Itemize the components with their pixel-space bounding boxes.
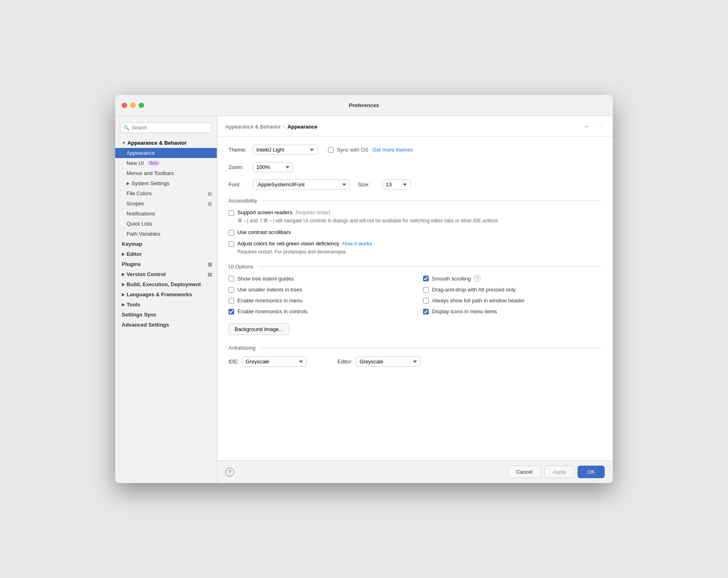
ui-options-grid: Show tree indent guides Smooth scrolling… — [229, 275, 601, 314]
preferences-window: Preferences 🔍 ▼ Appearance & Behavior Ap… — [115, 95, 613, 483]
sync-os-row: Sync with OS — [328, 147, 368, 153]
zoom-row: Zoom: 75% 90% 100% 125% 150% 200% — [229, 162, 601, 172]
sidebar-item-build[interactable]: ▶ Build, Execution, Deployment — [115, 279, 217, 289]
chevron-right-icon: ▶ — [122, 302, 125, 307]
font-select[interactable]: .AppleSystemUIFont Arial Helvetica Monos… — [253, 179, 350, 190]
ide-antialiasing-field: IDE: No antialiasing Greyscale Subpixel — [229, 357, 307, 367]
titlebar: Preferences — [115, 95, 613, 116]
window-title: Preferences — [349, 102, 379, 108]
sidebar-item-file-colors[interactable]: File Colors ▦ — [115, 188, 217, 198]
color-blind-title: Adjust colors for red-green vision defic… — [237, 240, 601, 247]
nav-arrows: ← → — [582, 122, 605, 131]
sidebar-item-label: Notifications — [127, 211, 155, 217]
editor-antialiasing-field: Editor: No antialiasing Greyscale Subpix… — [337, 357, 421, 367]
ui-option-mnemonics-controls: Enable mnemonics in controls — [229, 308, 407, 314]
sync-os-checkbox[interactable] — [328, 147, 334, 153]
editor-aa-select[interactable]: No antialiasing Greyscale Subpixel — [356, 357, 421, 367]
get-more-themes-link[interactable]: Get more themes — [372, 147, 413, 153]
tree-indent-checkbox[interactable] — [229, 276, 234, 281]
sidebar-item-keymap[interactable]: Keymap — [115, 239, 217, 249]
accessibility-section: Support screen readers Requires restart … — [229, 209, 601, 255]
smaller-indents-checkbox[interactable] — [229, 287, 234, 293]
ui-option-display-icons: Display icons in menu items — [423, 308, 601, 314]
chevron-right-icon: ▶ — [122, 272, 125, 276]
background-image-button[interactable]: Background Image... — [229, 323, 289, 335]
smooth-scrolling-help-icon[interactable]: ? — [474, 275, 480, 282]
sidebar-item-label: Plugins — [122, 261, 141, 267]
maximize-button[interactable] — [139, 103, 144, 108]
smooth-scrolling-checkbox[interactable] — [423, 276, 429, 281]
sidebar-item-plugins[interactable]: Plugins ▦ — [115, 259, 217, 269]
sidebar-item-quick-lists[interactable]: Quick Lists — [115, 219, 217, 229]
requires-restart-label: Requires restart — [296, 210, 330, 215]
minimize-button[interactable] — [130, 103, 135, 108]
sidebar-item-languages[interactable]: ▶ Languages & Frameworks — [115, 289, 217, 300]
search-input[interactable] — [120, 122, 212, 133]
sidebar-item-version-control[interactable]: ▶ Version Control ▦ — [115, 269, 217, 279]
display-icons-checkbox[interactable] — [423, 309, 429, 314]
screen-readers-checkbox[interactable] — [229, 210, 234, 216]
accessibility-section-label: Accessibility — [229, 198, 257, 204]
color-blind-checkbox[interactable] — [229, 241, 234, 247]
sidebar-item-editor[interactable]: ▶ Editor — [115, 249, 217, 259]
smaller-indents-label: Use smaller indents in trees — [237, 287, 302, 293]
theme-row: Theme: IntelliJ Light Darcula High Contr… — [229, 145, 601, 155]
drag-drop-checkbox[interactable] — [423, 287, 429, 293]
sidebar-item-label: Quick Lists — [127, 221, 152, 227]
grid-icon: ▦ — [207, 262, 212, 267]
always-full-path-checkbox[interactable] — [423, 298, 429, 304]
divider-line — [258, 266, 601, 267]
mnemonics-controls-label: Enable mnemonics in controls — [237, 308, 307, 314]
main-content: Theme: IntelliJ Light Darcula High Contr… — [217, 137, 613, 460]
sidebar-item-scopes[interactable]: Scopes ▦ — [115, 198, 217, 209]
ui-option-tree-indent: Show tree indent guides — [229, 275, 407, 282]
ok-button[interactable]: OK — [578, 466, 605, 478]
close-button[interactable] — [122, 103, 127, 108]
sidebar-item-notifications[interactable]: Notifications — [115, 209, 217, 219]
traffic-lights — [122, 103, 144, 108]
sidebar-item-appearance-behavior[interactable]: ▼ Appearance & Behavior — [115, 138, 217, 148]
color-blind-desc: Requires restart. For protanopia and deu… — [237, 248, 601, 255]
size-label: Size: — [358, 181, 378, 188]
how-it-works-link[interactable]: How it works — [342, 240, 372, 247]
display-icons-label: Display icons in menu items — [432, 308, 497, 314]
sidebar-item-new-ui[interactable]: New UI Beta — [115, 158, 217, 168]
size-select[interactable]: 10 11 12 13 14 16 — [382, 179, 411, 190]
contrast-scrollbars-checkbox[interactable] — [229, 230, 234, 236]
sidebar-item-menus-toolbars[interactable]: Menus and Toolbars — [115, 168, 217, 178]
back-arrow[interactable]: ← — [582, 122, 592, 131]
editor-aa-label: Editor: — [337, 359, 353, 365]
contrast-scrollbars-label: Use contrast scrollbars — [237, 229, 291, 235]
help-button[interactable]: ? — [225, 468, 234, 477]
cancel-button[interactable]: Cancel — [508, 466, 541, 478]
sidebar-item-label: Languages & Frameworks — [127, 291, 192, 297]
sidebar-item-tools[interactable]: ▶ Tools — [115, 300, 217, 310]
sidebar-item-label: Settings Sync — [122, 312, 157, 318]
sidebar-item-system-settings[interactable]: ▶ System Settings — [115, 178, 217, 188]
zoom-select[interactable]: 75% 90% 100% 125% 150% 200% — [253, 162, 293, 172]
contrast-scrollbars-title: Use contrast scrollbars — [237, 229, 601, 235]
ui-option-mnemonics-menu: Enable mnemonics in menu — [229, 297, 407, 304]
mnemonics-menu-checkbox[interactable] — [229, 298, 234, 304]
mnemonics-controls-checkbox[interactable] — [229, 309, 234, 314]
search-box[interactable]: 🔍 — [120, 122, 212, 133]
apply-button[interactable]: Apply — [544, 466, 575, 478]
sidebar-item-label: Path Variables — [127, 231, 161, 237]
grid-icon: ▦ — [207, 191, 212, 196]
sidebar-item-label: Editor — [127, 251, 142, 257]
forward-arrow[interactable]: → — [595, 122, 605, 131]
color-blind-label: Adjust colors for red-green vision defic… — [237, 240, 339, 247]
ui-option-always-full-path: Always show full path in window header — [423, 297, 601, 304]
zoom-label: Zoom: — [229, 164, 249, 170]
breadcrumb: Appearance & Behavior › Appearance — [225, 124, 317, 130]
theme-select[interactable]: IntelliJ Light Darcula High Contrast — [253, 145, 317, 155]
sidebar-item-advanced-settings[interactable]: Advanced Settings — [115, 320, 217, 330]
sidebar-item-path-variables[interactable]: Path Variables — [115, 229, 217, 239]
sidebar-item-settings-sync[interactable]: Settings Sync — [115, 310, 217, 320]
sidebar-item-appearance[interactable]: Appearance — [115, 148, 217, 158]
ui-options-section-label: UI Options — [229, 264, 253, 270]
screen-readers-title: Support screen readers Requires restart — [237, 209, 601, 215]
footer-left: ? — [225, 468, 234, 477]
ui-option-smaller-indents: Use smaller indents in trees — [229, 287, 407, 293]
ide-aa-select[interactable]: No antialiasing Greyscale Subpixel — [242, 357, 307, 367]
